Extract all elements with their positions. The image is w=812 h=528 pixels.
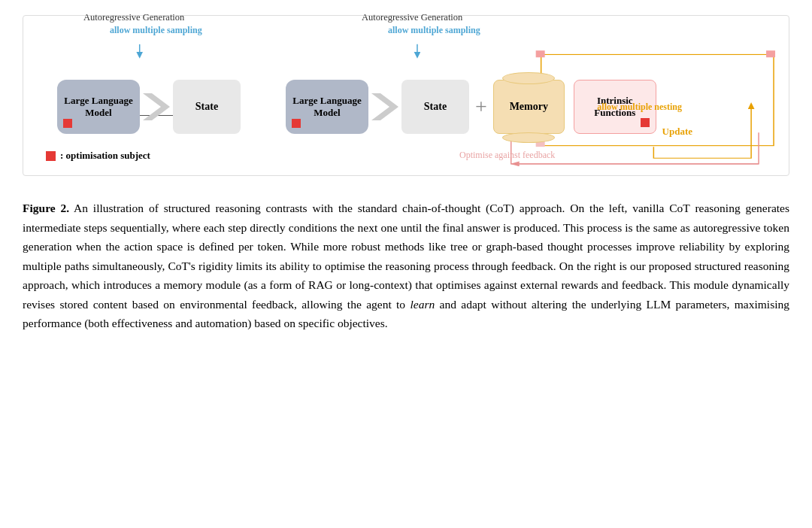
memory-cylinder-top — [502, 72, 555, 84]
right-llm-label: Large LanguageModel — [292, 95, 361, 119]
allow-multiple-nesting-label: allow multiple nesting — [597, 102, 682, 114]
left-state-label: State — [195, 101, 218, 113]
right-state-box: State — [401, 80, 469, 134]
right-autoregressive-label: Autoregressive Generation — [362, 12, 462, 23]
memory-container: Memory — [493, 80, 565, 134]
right-red-dot — [292, 119, 301, 128]
intrinsic-red-dot — [641, 118, 650, 127]
legend-text: : optimisation subject — [60, 150, 150, 162]
left-autoregressive-label: Autoregressive Generation — [83, 12, 184, 23]
svg-marker-9 — [371, 93, 398, 120]
left-llm-box: Large LanguageModel — [57, 80, 140, 134]
right-chevron — [371, 93, 398, 120]
svg-rect-4 — [536, 50, 545, 57]
left-red-dot — [63, 119, 72, 128]
caption-text: An illustration of structured reasoning … — [23, 202, 789, 311]
optimise-label: Optimise against feedback — [459, 150, 555, 162]
left-state-box: State — [173, 80, 241, 134]
memory-cylinder-bottom — [502, 132, 555, 143]
diagram-container: Autoregressive Generation Autoregressive… — [23, 15, 789, 176]
left-allow-multiple-sampling: allow multiple sampling — [110, 25, 202, 37]
legend: : optimisation subject — [46, 150, 150, 162]
memory-label: Memory — [510, 101, 548, 113]
plus-sign: + — [475, 95, 487, 119]
legend-red-square — [46, 151, 56, 161]
update-label: Update — [662, 126, 692, 138]
figure-caption: Figure 2. An illustration of structured … — [23, 199, 789, 333]
right-state-label: State — [424, 101, 447, 113]
right-allow-multiple-sampling: allow multiple sampling — [388, 25, 480, 37]
left-chevron — [143, 93, 170, 120]
caption-italic: learn — [410, 298, 435, 311]
svg-marker-8 — [143, 93, 170, 120]
right-llm-box: Large LanguageModel — [286, 80, 368, 134]
memory-box: Memory — [493, 80, 565, 134]
figure-label: Figure 2. — [23, 202, 69, 214]
left-llm-label: Large LanguageModel — [64, 95, 132, 119]
svg-rect-6 — [766, 50, 775, 57]
